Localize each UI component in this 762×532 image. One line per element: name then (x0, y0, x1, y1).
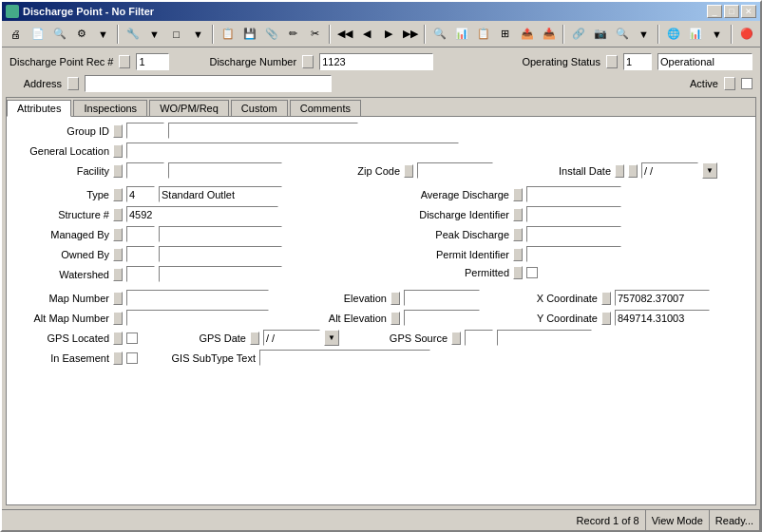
paste-button[interactable]: 📎 (261, 24, 281, 45)
zip-input[interactable] (417, 162, 493, 179)
maximize-button[interactable]: □ (724, 5, 739, 18)
alt-map-input[interactable] (126, 310, 269, 326)
gps-located-label: GPS Located (14, 332, 109, 344)
operating-value-input[interactable] (657, 53, 752, 70)
discharge-input[interactable] (319, 53, 433, 70)
view-dropdown[interactable]: ▼ (188, 24, 208, 45)
permitted-checkbox[interactable] (526, 267, 538, 278)
separator-7 (731, 25, 733, 44)
rec-input[interactable] (136, 53, 169, 70)
elevation-input[interactable] (404, 290, 480, 306)
find-button[interactable]: 🔍 (612, 24, 632, 45)
managed-code[interactable] (126, 226, 155, 242)
general-location-label: General Location (14, 145, 109, 157)
x-coord-input[interactable] (615, 290, 710, 306)
photo-button[interactable]: 📷 (590, 24, 610, 45)
settings-button[interactable]: ⚙ (71, 24, 91, 45)
type-value-input[interactable] (159, 186, 282, 202)
search-button[interactable]: 🔍 (49, 24, 69, 45)
grid-button[interactable]: ⊞ (495, 24, 515, 45)
install-date-dropdown[interactable]: ▼ (702, 162, 717, 179)
find-dropdown[interactable]: ▼ (634, 24, 654, 45)
stop-button[interactable]: 🔴 (736, 24, 756, 45)
owned-code[interactable] (126, 246, 155, 262)
right-section: Average Discharge Discharge Identifier (376, 186, 748, 286)
clipboard-button[interactable]: 📋 (218, 24, 238, 45)
group-id-value[interactable] (168, 123, 358, 139)
structure-label: Structure # (14, 209, 109, 220)
settings-dropdown[interactable]: ▼ (93, 24, 113, 45)
gps-date-input[interactable] (263, 330, 320, 346)
facility-value[interactable] (168, 162, 282, 179)
alt-elevation-input[interactable] (404, 310, 480, 326)
minimize-button[interactable]: _ (707, 5, 722, 18)
gps-located-checkbox[interactable] (126, 332, 138, 344)
gps-date-dropdown[interactable]: ▼ (324, 330, 339, 346)
install-date-input[interactable] (641, 162, 698, 179)
watershed-row: Watershed (14, 266, 376, 282)
permit-id-marker (513, 248, 523, 261)
separator-1 (117, 25, 119, 44)
import-button[interactable]: 📥 (539, 24, 559, 45)
address-input[interactable] (85, 75, 332, 92)
chart-button[interactable]: 📊 (685, 24, 705, 45)
discharge-id-input[interactable] (526, 206, 621, 222)
title-buttons: _ □ ✕ (707, 5, 756, 18)
structure-input[interactable] (126, 206, 278, 222)
active-checkbox[interactable] (741, 78, 752, 89)
permit-id-input[interactable] (526, 246, 621, 262)
in-easement-checkbox[interactable] (126, 352, 138, 364)
avg-discharge-input[interactable] (526, 186, 621, 202)
tab-inspections[interactable]: Inspections (73, 100, 147, 116)
gps-source-value[interactable] (497, 330, 592, 346)
header-row-1: Discharge Point Rec # Discharge Number O… (6, 51, 756, 72)
link-button[interactable]: 🔗 (568, 24, 588, 45)
type-code-input[interactable] (126, 186, 155, 202)
export-button[interactable]: 📤 (517, 24, 537, 45)
list-button[interactable]: 📋 (473, 24, 493, 45)
tab-wo-pm-req[interactable]: WO/PM/Req (149, 100, 229, 116)
general-location-input[interactable] (126, 142, 459, 159)
zoom-button[interactable]: 🔍 (429, 24, 449, 45)
chart-dropdown[interactable]: ▼ (707, 24, 727, 45)
filter-button[interactable]: 🔧 (123, 24, 143, 45)
cut-button[interactable]: ✂ (305, 24, 325, 45)
next-button[interactable]: ▶ (378, 24, 398, 45)
close-button[interactable]: ✕ (741, 5, 756, 18)
report-button[interactable]: 📊 (451, 24, 471, 45)
tab-custom[interactable]: Custom (231, 100, 288, 116)
peak-discharge-input[interactable] (526, 226, 621, 242)
gis-subtype-input[interactable] (259, 350, 430, 366)
edit-button[interactable]: ✏ (283, 24, 303, 45)
print-button[interactable]: 🖨 (6, 24, 26, 45)
map-button[interactable]: 🌐 (663, 24, 683, 45)
prev-button[interactable]: ◀ (356, 24, 376, 45)
group-id-code[interactable] (126, 123, 164, 139)
tabs-container: Attributes Inspections WO/PM/Req Custom … (6, 97, 756, 505)
general-location-marker (113, 144, 123, 158)
tab-comments[interactable]: Comments (290, 100, 361, 116)
toolbar: 🖨 📄 🔍 ⚙ ▼ 🔧 ▼ □ ▼ 📋 💾 📎 ✏ ✂ ◀◀ ◀ ▶ ▶▶ 🔍 … (2, 21, 760, 48)
operating-label: Operating Status (522, 56, 600, 67)
y-coord-input[interactable] (615, 310, 710, 326)
facility-code[interactable] (126, 162, 164, 179)
gps-source-code[interactable] (465, 330, 493, 346)
tab-attributes[interactable]: Attributes (7, 100, 71, 117)
save-button[interactable]: 💾 (239, 24, 259, 45)
map-number-input[interactable] (126, 290, 269, 306)
watershed-value[interactable] (159, 266, 282, 282)
status-bar: Record 1 of 8 View Mode Ready... (2, 509, 760, 530)
first-button[interactable]: ◀◀ (334, 24, 354, 45)
managed-value[interactable] (159, 226, 282, 242)
view-button[interactable]: □ (166, 24, 186, 45)
address-label: Address (10, 78, 62, 89)
content-area: Discharge Point Rec # Discharge Number O… (2, 48, 760, 509)
new-button[interactable]: 📄 (28, 24, 48, 45)
discharge-id-marker (513, 208, 523, 221)
operating-code-input[interactable] (623, 53, 652, 70)
separator-4 (424, 25, 426, 44)
owned-value[interactable] (159, 246, 282, 262)
filter-dropdown[interactable]: ▼ (144, 24, 164, 45)
watershed-code[interactable] (126, 266, 155, 282)
last-button[interactable]: ▶▶ (400, 24, 420, 45)
